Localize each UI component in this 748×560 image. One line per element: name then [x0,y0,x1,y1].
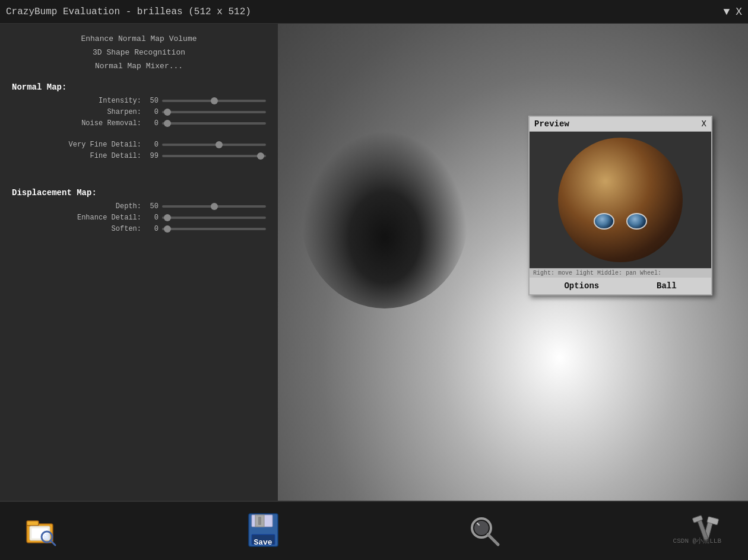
slider-track[interactable] [162,228,266,230]
svg-line-16 [488,534,498,545]
close-button[interactable]: X [736,6,742,18]
slider-label: Noise Removal: [58,119,141,128]
slider-row: Very Fine Detail:0 [12,141,266,149]
preview-window-close-button[interactable]: X [702,119,706,129]
normal-map-section-title: Normal Map: [12,82,266,92]
slider-label: Enhance Detail: [58,214,141,222]
search-button[interactable] [467,513,503,549]
minimize-button[interactable]: ▼ [723,6,730,18]
displacement-map-section-title: Displacement Map: [12,188,266,198]
slider-row: Soften:0 [12,225,266,233]
slider-thumb[interactable] [211,203,218,210]
slider-thumb[interactable] [164,109,171,116]
slider-value: 0 [144,141,159,149]
slider-row: Noise Removal:0 [12,119,266,128]
svg-rect-13 [258,517,261,525]
ball-eye-right [626,213,647,230]
save-icon: Save [245,513,281,549]
slider-label: Fine Detail: [58,152,141,160]
slider-track[interactable] [162,144,266,146]
slider-row: Depth:50 [12,202,266,211]
svg-rect-1 [27,521,39,526]
window-title: CrazyBump Evaluation - brilleas (512 x 5… [6,7,251,17]
slider-value: 0 [144,108,159,116]
ball-eye-left [594,213,614,230]
bottom-bar-inner: Save [24,513,724,549]
preview-window: Preview X Right: move light Middle: pan … [528,116,712,295]
dark-blob [302,131,468,308]
slider-track[interactable] [162,155,266,157]
top-links: Enhance Normal Map Volume 3D Shape Recog… [12,34,266,71]
slider-track[interactable] [162,100,266,102]
normal-detail-sliders: Very Fine Detail:0Fine Detail:99 [12,141,266,160]
slider-track[interactable] [162,111,266,113]
slider-thumb[interactable] [215,141,223,148]
svg-text:Save: Save [253,538,272,547]
slider-label: Sharpen: [58,108,141,116]
watermark: CSDN @小黑LLB [673,535,721,546]
slider-row: Enhance Detail:0 [12,214,266,222]
displacement-map-sliders: Depth:50Enhance Detail:0Soften:0 [12,202,266,233]
slider-label: Very Fine Detail: [58,141,141,149]
slider-value: 0 [144,225,159,233]
left-panel: Enhance Normal Map Volume 3D Shape Recog… [0,24,278,501]
enhance-normal-link[interactable]: Enhance Normal Map Volume [12,34,266,43]
open-icon [24,513,59,549]
main-area: Enhance Normal Map Volume 3D Shape Recog… [0,24,748,501]
preview-ball-button[interactable]: Ball [657,281,677,291]
open-button[interactable] [24,513,59,549]
slider-thumb[interactable] [164,225,171,233]
slider-row: Intensity:50 [12,97,266,105]
right-panel: Preview X Right: move light Middle: pan … [278,24,748,501]
slider-label: Depth: [58,202,141,211]
slider-track[interactable] [162,122,266,125]
preview-options-button[interactable]: Options [564,281,599,291]
slider-value: 99 [144,152,159,160]
preview-footer: Options Ball [530,278,711,294]
preview-hint: Right: move light Middle: pan Wheel: [530,268,711,278]
ball-sphere [558,138,683,262]
slider-value: 0 [144,214,159,222]
bottom-toolbar: Save [0,501,748,560]
open-icon-svg [26,515,58,548]
slider-value: 50 [144,202,159,211]
slider-thumb[interactable] [164,120,171,127]
normal-map-sliders: Intensity:50Sharpen:0Noise Removal:0 [12,97,266,128]
slider-row: Fine Detail:99 [12,152,266,160]
preview-background: Preview X Right: move light Middle: pan … [278,24,748,501]
preview-window-title: Preview [534,119,569,129]
slider-value: 0 [144,119,159,128]
search-icon-svg [468,515,501,548]
3d-shape-link[interactable]: 3D Shape Recognition [12,48,266,57]
slider-track[interactable] [162,217,266,219]
preview-window-titlebar: Preview X [530,117,711,132]
slider-thumb[interactable] [257,152,264,160]
slider-label: Intensity: [58,97,141,105]
svg-point-15 [474,521,489,535]
normal-mixer-link[interactable]: Normal Map Mixer... [12,62,266,71]
ball-eyes [594,213,647,230]
slider-track[interactable] [162,205,266,208]
slider-label: Soften: [58,225,141,233]
slider-thumb[interactable] [211,97,218,104]
slider-value: 50 [144,97,159,105]
slider-thumb[interactable] [164,214,171,221]
search-icon [467,513,503,549]
save-button[interactable]: Save [245,513,281,549]
titlebar: CrazyBump Evaluation - brilleas (512 x 5… [0,0,748,24]
slider-row: Sharpen:0 [12,108,266,116]
preview-canvas[interactable] [530,132,711,268]
titlebar-buttons: ▼ X [723,6,742,18]
save-icon-svg: Save [247,512,280,551]
